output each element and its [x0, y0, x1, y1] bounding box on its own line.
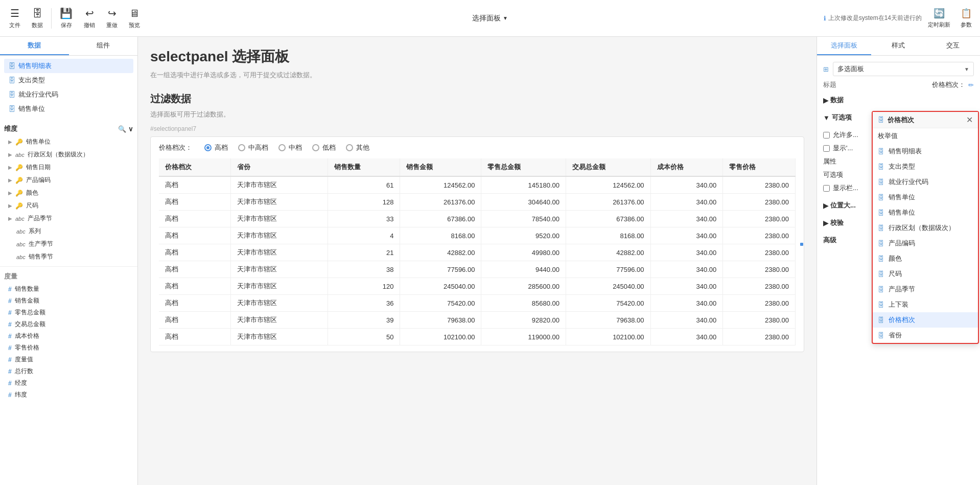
- measure-longitude[interactable]: #经度: [4, 377, 133, 389]
- measure-total-rows[interactable]: #总行数: [4, 365, 133, 377]
- options-section: 可选项 🗄 价格档次 ✕ 枚举值: [823, 111, 974, 195]
- edit-icon[interactable]: ✏: [968, 81, 974, 89]
- dim-prod-season[interactable]: abc 生产季节: [4, 238, 133, 250]
- table-cell: 340.00: [650, 194, 723, 211]
- dim-sales-season[interactable]: abc 销售季节: [4, 250, 133, 263]
- info-icon: ℹ: [824, 15, 826, 22]
- db-icon-d9: 🗄: [878, 286, 884, 293]
- tab-data[interactable]: 数据: [0, 37, 69, 55]
- expand-icon: ▶: [8, 139, 12, 145]
- tab-style[interactable]: 样式: [871, 37, 925, 55]
- dropdown-item-5[interactable]: 🗄 行政区划（数据级次）: [873, 220, 978, 236]
- radio-option-5[interactable]: 其他: [346, 143, 369, 152]
- data-section-label: 数据: [830, 96, 844, 105]
- dim-product-season[interactable]: ▶ abc 产品季节: [4, 212, 133, 225]
- table-cell: 340.00: [650, 329, 723, 345]
- redo-button[interactable]: ↪ 重做: [101, 5, 123, 31]
- options-section-label: 可选项: [832, 113, 852, 122]
- tab-interact[interactable]: 交互: [926, 37, 980, 55]
- dropdown-item-2[interactable]: 🗄 就业行业代码: [873, 174, 978, 190]
- save-button[interactable]: 💾 保存: [55, 5, 78, 31]
- data-item-2: 支出类型: [18, 76, 45, 85]
- table-body: 高档天津市市辖区61124562.00145180.00124562.00340…: [159, 176, 796, 345]
- tab-component[interactable]: 组件: [69, 37, 138, 55]
- measure-latitude[interactable]: #纬度: [4, 389, 133, 401]
- dropdown-item-9[interactable]: 🗄 产品季节: [873, 282, 978, 297]
- schedule-refresh-button[interactable]: 🔄 定时刷新: [924, 6, 954, 31]
- dropdown-item-3[interactable]: 🗄 销售单位: [873, 190, 978, 205]
- dropdown-close-icon[interactable]: ✕: [966, 115, 973, 125]
- table-cell: 75420.00: [566, 295, 651, 312]
- checkbox-show-input[interactable]: [823, 145, 830, 152]
- dropdown-item-label-0: 销售明细表: [889, 147, 922, 156]
- dim-size[interactable]: ▶ 🔑 尺码: [4, 199, 133, 212]
- dim-series[interactable]: abc 系列: [4, 225, 133, 238]
- dropdown-item-7[interactable]: 🗄 颜色: [873, 251, 978, 266]
- dropdown-item-8[interactable]: 🗄 尺码: [873, 266, 978, 282]
- data-sources-section: 🗄 销售明细表 🗄 支出类型 🗄 就业行业代码 🗄 销售单位: [0, 56, 137, 119]
- dropdown-item-4[interactable]: 🗄 销售单位: [873, 205, 978, 220]
- dropdown-item-12[interactable]: 🗄 省份: [873, 328, 978, 343]
- measure-sales-qty[interactable]: #销售数量: [4, 283, 133, 295]
- measure-cost-price[interactable]: #成本价格: [4, 330, 133, 342]
- dim-label-sales-season: 销售季节: [29, 252, 53, 261]
- preview-button[interactable]: 🖥 预览: [124, 6, 145, 31]
- params-button[interactable]: 📋 参数: [956, 6, 976, 31]
- dropdown-item-enum[interactable]: 枚举值: [873, 128, 978, 144]
- checkbox-allow-multi-input[interactable]: [823, 132, 830, 138]
- sidebar-item-industry[interactable]: 🗄 就业行业代码: [4, 87, 133, 102]
- data-section-header[interactable]: 数据: [823, 94, 974, 107]
- resize-handle[interactable]: [800, 137, 804, 352]
- measure-sales-amt[interactable]: #销售金额: [4, 295, 133, 307]
- chevron-down-icon[interactable]: ▼: [503, 15, 508, 21]
- divider1: [51, 8, 52, 29]
- db-icon-d11: 🗄: [878, 316, 884, 324]
- panel-type-select[interactable]: 多选面板 ▼: [833, 62, 974, 76]
- sidebar-item-sales-detail[interactable]: 🗄 销售明细表: [4, 59, 133, 73]
- radio-option-3[interactable]: 中档: [278, 143, 302, 152]
- radio-option-4[interactable]: 低档: [312, 143, 336, 152]
- title-value: 价格档次：: [932, 80, 965, 89]
- radio-option-2[interactable]: 中高档: [238, 143, 268, 152]
- dim-product-code[interactable]: ▶ 🔑 产品编码: [4, 174, 133, 187]
- table-cell: 高档: [159, 211, 231, 227]
- dim-color[interactable]: ▶ 🔑 颜色: [4, 187, 133, 199]
- dim-admin-region[interactable]: ▶ abc 行政区划（数据级次）: [4, 148, 133, 161]
- dropdown-item-0[interactable]: 🗄 销售明细表: [873, 144, 978, 159]
- table-cell: 2380.00: [723, 295, 796, 312]
- measure-retail-total[interactable]: #零售总金额: [4, 307, 133, 318]
- table-cell: 高档: [159, 329, 231, 345]
- dim-sales-date[interactable]: ▶ 🔑 销售日期: [4, 161, 133, 174]
- sidebar-item-sales-unit[interactable]: 🗄 销售单位: [4, 102, 133, 116]
- radio-option-1[interactable]: 高档: [204, 143, 228, 152]
- table-row: 高档天津市市辖区61124562.00145180.00124562.00340…: [159, 176, 796, 194]
- dropdown-item-11[interactable]: 🗄 价格档次: [873, 312, 978, 328]
- measure-transaction-total[interactable]: #交易总金额: [4, 318, 133, 330]
- enum-label: 枚举值: [878, 131, 898, 141]
- expand-icon-3: ▶: [8, 165, 12, 170]
- measure-metric-value[interactable]: #度量值: [4, 354, 133, 365]
- db-icon-d4: 🗄: [878, 209, 884, 217]
- dropdown-item-10[interactable]: 🗄 上下装: [873, 297, 978, 312]
- data-button[interactable]: 🗄 数据: [27, 6, 48, 31]
- table-cell: 67386.00: [400, 211, 481, 227]
- db-icon-d0: 🗄: [878, 148, 884, 155]
- table-cell: 天津市市辖区: [231, 194, 328, 211]
- sidebar-item-expense[interactable]: 🗄 支出类型: [4, 73, 133, 87]
- dropdown-item-1[interactable]: 🗄 支出类型: [873, 159, 978, 174]
- table-cell: 50: [328, 329, 400, 345]
- key-icon: 🔑: [15, 138, 23, 146]
- collapse-icon[interactable]: ∨: [128, 125, 133, 133]
- toolbar-left: ☰ 文件 🗄 数据 💾 保存 ↩ 撤销 ↪ 重做 🖥 预览: [4, 5, 145, 31]
- dropdown-item-6[interactable]: 🗄 产品编码: [873, 236, 978, 251]
- measure-retail-price[interactable]: #零售价格: [4, 342, 133, 354]
- menu-button[interactable]: ☰ 文件: [4, 5, 26, 31]
- expand-icon-5: ▶: [8, 190, 12, 196]
- tab-select-panel[interactable]: 选择面板: [817, 37, 871, 55]
- dim-sales-unit[interactable]: ▶ 🔑 销售单位: [4, 135, 133, 148]
- table-cell: 340.00: [650, 176, 723, 194]
- checkbox-show-col-input[interactable]: [823, 185, 830, 192]
- undo-button[interactable]: ↩ 撤销: [79, 5, 100, 31]
- resize-dot: [800, 243, 803, 246]
- search-icon[interactable]: 🔍: [118, 125, 126, 133]
